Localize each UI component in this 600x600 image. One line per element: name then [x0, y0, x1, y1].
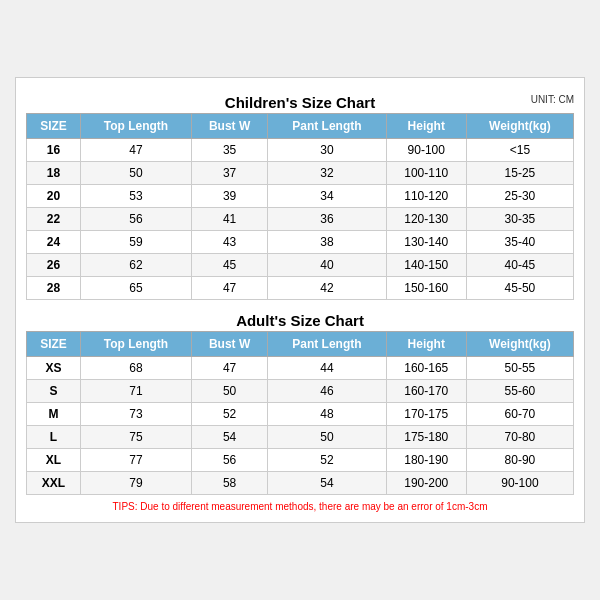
table-row: XL775652180-19080-90	[27, 449, 574, 472]
table-cell: M	[27, 403, 81, 426]
table-row: 22564136120-13030-35	[27, 208, 574, 231]
col-weight-header: Weight(kg)	[466, 114, 573, 139]
table-cell: 70-80	[466, 426, 573, 449]
table-cell: 130-140	[386, 231, 466, 254]
table-cell: 100-110	[386, 162, 466, 185]
table-row: XS684744160-16550-55	[27, 357, 574, 380]
table-cell: 180-190	[386, 449, 466, 472]
table-cell: 50	[268, 426, 386, 449]
table-row: 26624540140-15040-45	[27, 254, 574, 277]
table-cell: 32	[268, 162, 386, 185]
table-cell: 37	[192, 162, 268, 185]
col-size-header: SIZE	[27, 114, 81, 139]
table-cell: 38	[268, 231, 386, 254]
table-cell: 15-25	[466, 162, 573, 185]
table-cell: 60-70	[466, 403, 573, 426]
table-cell: 62	[80, 254, 191, 277]
table-cell: 42	[268, 277, 386, 300]
table-cell: 79	[80, 472, 191, 495]
table-cell: 26	[27, 254, 81, 277]
table-cell: <15	[466, 139, 573, 162]
table-cell: XS	[27, 357, 81, 380]
table-cell: 30	[268, 139, 386, 162]
table-cell: 120-130	[386, 208, 466, 231]
table-cell: 59	[80, 231, 191, 254]
table-cell: S	[27, 380, 81, 403]
table-cell: 24	[27, 231, 81, 254]
table-cell: 30-35	[466, 208, 573, 231]
table-cell: 53	[80, 185, 191, 208]
table-cell: 48	[268, 403, 386, 426]
table-cell: 44	[268, 357, 386, 380]
adult-col-size-header: SIZE	[27, 332, 81, 357]
table-row: 18503732100-11015-25	[27, 162, 574, 185]
table-cell: 28	[27, 277, 81, 300]
table-cell: 45-50	[466, 277, 573, 300]
table-cell: 40-45	[466, 254, 573, 277]
table-cell: 90-100	[386, 139, 466, 162]
table-cell: 80-90	[466, 449, 573, 472]
table-cell: 50	[192, 380, 268, 403]
table-cell: 52	[268, 449, 386, 472]
col-bust-w-header: Bust W	[192, 114, 268, 139]
adult-col-weight-header: Weight(kg)	[466, 332, 573, 357]
adult-col-pant-length-header: Pant Length	[268, 332, 386, 357]
table-cell: 75	[80, 426, 191, 449]
table-cell: 90-100	[466, 472, 573, 495]
table-cell: 47	[192, 357, 268, 380]
table-cell: 68	[80, 357, 191, 380]
table-cell: 41	[192, 208, 268, 231]
table-cell: 47	[192, 277, 268, 300]
table-cell: XL	[27, 449, 81, 472]
table-cell: 58	[192, 472, 268, 495]
chart-container: Children's Size Chart UNIT: CM SIZE Top …	[15, 77, 585, 523]
adult-title-text: Adult's Size Chart	[236, 312, 364, 329]
table-cell: 50	[80, 162, 191, 185]
children-header-row: SIZE Top Length Bust W Pant Length Heigh…	[27, 114, 574, 139]
col-height-header: Height	[386, 114, 466, 139]
tips-text: TIPS: Due to different measurement metho…	[26, 501, 574, 512]
children-title-text: Children's Size Chart	[225, 94, 375, 111]
col-pant-length-header: Pant Length	[268, 114, 386, 139]
table-row: S715046160-17055-60	[27, 380, 574, 403]
col-top-length-header: Top Length	[80, 114, 191, 139]
table-row: M735248170-17560-70	[27, 403, 574, 426]
table-cell: L	[27, 426, 81, 449]
table-cell: 34	[268, 185, 386, 208]
table-row: 24594338130-14035-40	[27, 231, 574, 254]
table-cell: 52	[192, 403, 268, 426]
table-cell: 56	[80, 208, 191, 231]
unit-label: UNIT: CM	[531, 94, 574, 105]
adult-table: SIZE Top Length Bust W Pant Length Heigh…	[26, 331, 574, 495]
table-cell: 36	[268, 208, 386, 231]
table-cell: 77	[80, 449, 191, 472]
table-cell: 190-200	[386, 472, 466, 495]
table-cell: 73	[80, 403, 191, 426]
table-cell: XXL	[27, 472, 81, 495]
adult-section-title: Adult's Size Chart	[26, 306, 574, 331]
table-row: 28654742150-16045-50	[27, 277, 574, 300]
table-cell: 55-60	[466, 380, 573, 403]
table-cell: 150-160	[386, 277, 466, 300]
children-table: SIZE Top Length Bust W Pant Length Heigh…	[26, 113, 574, 300]
table-cell: 50-55	[466, 357, 573, 380]
adult-header-row: SIZE Top Length Bust W Pant Length Heigh…	[27, 332, 574, 357]
children-section-title: Children's Size Chart UNIT: CM	[26, 88, 574, 113]
table-cell: 43	[192, 231, 268, 254]
table-cell: 25-30	[466, 185, 573, 208]
adult-col-bust-w-header: Bust W	[192, 332, 268, 357]
table-cell: 46	[268, 380, 386, 403]
table-cell: 54	[192, 426, 268, 449]
table-cell: 20	[27, 185, 81, 208]
table-cell: 54	[268, 472, 386, 495]
adult-col-height-header: Height	[386, 332, 466, 357]
table-cell: 35-40	[466, 231, 573, 254]
table-row: 1647353090-100<15	[27, 139, 574, 162]
table-cell: 22	[27, 208, 81, 231]
table-cell: 39	[192, 185, 268, 208]
adult-col-top-length-header: Top Length	[80, 332, 191, 357]
table-cell: 65	[80, 277, 191, 300]
table-cell: 110-120	[386, 185, 466, 208]
table-cell: 170-175	[386, 403, 466, 426]
table-cell: 160-170	[386, 380, 466, 403]
